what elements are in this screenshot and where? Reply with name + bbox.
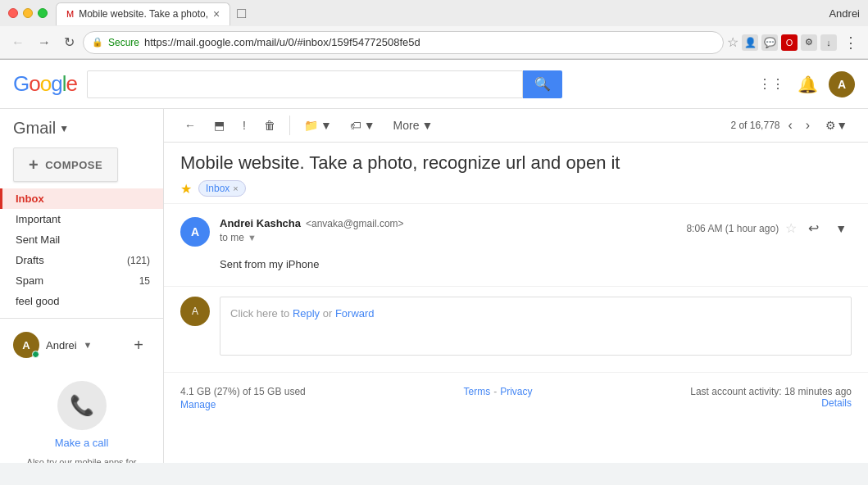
ext-settings-icon[interactable]: ⚙ bbox=[801, 34, 817, 51]
sidebar-user-avatar: A bbox=[13, 332, 39, 358]
spam-label: Spam bbox=[16, 274, 43, 287]
delete-button[interactable]: 🗑 bbox=[257, 114, 283, 137]
sidebar-user-name: Andrei bbox=[46, 339, 77, 351]
back-to-list-button[interactable]: ← bbox=[177, 114, 203, 137]
reply-link[interactable]: Reply bbox=[293, 307, 320, 320]
compose-label: COMPOSE bbox=[45, 159, 102, 171]
search-button[interactable]: 🔍 bbox=[523, 70, 562, 98]
reply-box: A Click here to Reply or Forward bbox=[164, 287, 868, 372]
notifications-button[interactable]: 🔔 bbox=[793, 70, 822, 99]
message-more-button[interactable]: ▼ bbox=[830, 219, 852, 238]
sender-avatar: A bbox=[180, 217, 210, 247]
privacy-link[interactable]: Privacy bbox=[500, 386, 532, 397]
archive-button[interactable]: ⬒ bbox=[207, 114, 232, 137]
fullscreen-traffic-light[interactable] bbox=[38, 8, 48, 18]
report-button[interactable]: ! bbox=[235, 114, 253, 137]
apps-grid-button[interactable]: ⋮⋮ bbox=[757, 70, 786, 99]
gmail-label-text: Gmail bbox=[13, 119, 56, 138]
gmail-caret-icon: ▼ bbox=[59, 123, 69, 134]
bookmark-button[interactable]: ☆ bbox=[727, 34, 738, 50]
footer-left: 4.1 GB (27%) of 15 GB used Manage bbox=[180, 386, 306, 410]
ext-opera-icon[interactable]: O bbox=[781, 34, 798, 51]
email-message: A Andrei Kashcha <anvaka@gmail.com> to m… bbox=[164, 204, 868, 287]
drafts-label: Drafts bbox=[16, 254, 44, 266]
folder-icon: 📁 bbox=[304, 119, 318, 132]
ext-person-icon[interactable]: 👤 bbox=[742, 34, 758, 51]
footer-separator: - bbox=[493, 386, 497, 397]
minimize-traffic-light[interactable] bbox=[23, 8, 33, 18]
drafts-count: (121) bbox=[127, 255, 150, 266]
user-section: A Andrei ▼ + bbox=[0, 318, 163, 371]
sidebar-item-inbox[interactable]: Inbox bbox=[0, 188, 163, 209]
inbox-label-tag: Inbox × bbox=[198, 180, 246, 197]
tab-favicon: M bbox=[66, 9, 74, 19]
sidebar-item-sent[interactable]: Sent Mail bbox=[0, 229, 163, 250]
settings-dropdown-button[interactable]: ⚙ ▼ bbox=[818, 114, 855, 137]
more-button[interactable]: More ▼ bbox=[386, 114, 441, 137]
next-page-button[interactable]: › bbox=[801, 115, 815, 136]
terms-link[interactable]: Terms bbox=[463, 386, 490, 397]
label-close-button[interactable]: × bbox=[233, 184, 238, 193]
manage-link[interactable]: Manage bbox=[180, 399, 306, 410]
message-text: Sent from my iPhone bbox=[220, 256, 852, 273]
back-button[interactable]: ← bbox=[7, 32, 30, 53]
ext-download-icon[interactable]: ↓ bbox=[820, 34, 837, 51]
details-link[interactable]: Details bbox=[690, 397, 852, 409]
email-star-icon[interactable]: ★ bbox=[180, 181, 192, 197]
prev-page-button[interactable]: ‹ bbox=[783, 115, 797, 136]
ext-chat-icon[interactable]: 💬 bbox=[761, 34, 778, 51]
search-input[interactable] bbox=[87, 70, 523, 98]
close-traffic-light[interactable] bbox=[8, 8, 18, 18]
extension-icons: 👤 💬 O ⚙ ↓ bbox=[742, 34, 837, 51]
make-call-link[interactable]: Make a call bbox=[55, 437, 109, 449]
main-layout: Gmail ▼ + COMPOSE Inbox Important Sent M… bbox=[0, 109, 868, 463]
important-label: Important bbox=[16, 213, 61, 225]
add-account-button[interactable]: + bbox=[127, 333, 150, 356]
to-caret-icon[interactable]: ▼ bbox=[248, 233, 257, 242]
sender-email: <anvaka@gmail.com> bbox=[306, 218, 404, 229]
sender-line: Andrei Kashcha <anvaka@gmail.com> bbox=[220, 217, 676, 229]
reload-button[interactable]: ↻ bbox=[59, 31, 80, 53]
reply-field[interactable]: Click here to Reply or Forward bbox=[220, 297, 852, 356]
user-avatar[interactable]: A bbox=[829, 71, 855, 97]
search-box-wrapper: 🔍 bbox=[87, 70, 562, 98]
browser-menu-button[interactable]: ⋮ bbox=[840, 30, 861, 55]
email-toolbar: ← ⬒ ! 🗑 📁 ▼ 🏷 ▼ More ▼ 2 of 16,778 ‹ › bbox=[164, 109, 868, 143]
user-caret-icon: ▼ bbox=[84, 340, 93, 350]
compose-button[interactable]: + COMPOSE bbox=[13, 147, 118, 182]
pagination: 2 of 16,778 ‹ › bbox=[730, 115, 815, 136]
footer-right: Last account activity: 18 minutes ago De… bbox=[690, 386, 852, 409]
address-bar[interactable]: 🔒 Secure https://mail.google.com/mail/u/… bbox=[83, 31, 724, 54]
to-text: to me bbox=[220, 232, 244, 243]
google-logo: Google bbox=[13, 71, 77, 97]
message-star-icon[interactable]: ☆ bbox=[785, 220, 797, 236]
forward-link[interactable]: Forward bbox=[335, 307, 375, 320]
online-indicator bbox=[32, 351, 39, 358]
secure-icon: 🔒 bbox=[92, 37, 103, 48]
inbox-label: Inbox bbox=[16, 193, 44, 205]
more-caret-icon: ▼ bbox=[422, 119, 434, 132]
sidebar-item-feelgood[interactable]: feel good bbox=[0, 291, 163, 311]
url-text[interactable]: https://mail.google.com/mail/u/0/#inbox/… bbox=[144, 36, 715, 48]
labels-button[interactable]: 🏷 ▼ bbox=[343, 114, 383, 137]
sidebar: Gmail ▼ + COMPOSE Inbox Important Sent M… bbox=[0, 109, 164, 463]
user-row[interactable]: A Andrei ▼ + bbox=[13, 329, 150, 361]
toolbar-separator bbox=[289, 116, 290, 135]
gmail-label[interactable]: Gmail ▼ bbox=[0, 116, 163, 141]
browser-tab[interactable]: M Mobile website. Take a photo, × bbox=[56, 2, 230, 25]
sidebar-item-important[interactable]: Important bbox=[0, 209, 163, 229]
message-header: A Andrei Kashcha <anvaka@gmail.com> to m… bbox=[180, 217, 852, 247]
tab-close-button[interactable]: × bbox=[213, 7, 220, 20]
inline-reply-button[interactable]: ↩ bbox=[803, 217, 824, 239]
browser-chrome: M Mobile website. Take a photo, × □ Andr… bbox=[0, 0, 868, 60]
new-tab-button[interactable]: □ bbox=[230, 2, 252, 25]
sidebar-item-spam[interactable]: Spam 15 bbox=[0, 270, 163, 291]
google-header: Google 🔍 ⋮⋮ 🔔 A bbox=[0, 60, 868, 109]
email-subject: Mobile website. Take a photo, recognize … bbox=[180, 152, 852, 174]
sidebar-item-drafts[interactable]: Drafts (121) bbox=[0, 250, 163, 270]
secure-label: Secure bbox=[108, 37, 139, 48]
move-to-button[interactable]: 📁 ▼ bbox=[297, 114, 339, 137]
time-text: 8:06 AM (1 hour ago) bbox=[686, 223, 779, 234]
forward-button[interactable]: → bbox=[33, 32, 56, 53]
phone-icon: 📞 bbox=[57, 381, 107, 430]
